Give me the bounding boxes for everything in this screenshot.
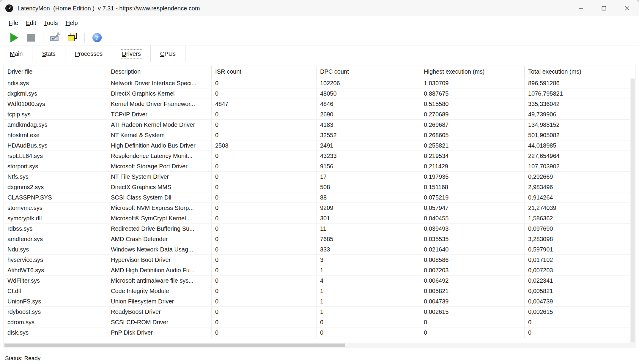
stack-windows-button[interactable] (65, 31, 79, 44)
toolbar-separator (84, 33, 85, 42)
cell: 4183 (317, 120, 420, 130)
cell: 0,006492 (420, 276, 525, 286)
cell: 0,097690 (525, 224, 630, 234)
cell: 0 (212, 151, 317, 161)
stop-monitor-button[interactable] (24, 31, 38, 44)
vertical-scrollbar-thumb[interactable] (631, 79, 635, 342)
table-row-CI.dll[interactable]: CI.dllCode Integrity Module010,0058210,0… (4, 286, 630, 296)
table-row-amdfendr.sys[interactable]: amdfendr.sysAMD Crash Defender076850,035… (4, 234, 630, 244)
table-row-ntoskrnl.exe[interactable]: ntoskrnl.exeNT Kernel & System0325520,26… (4, 130, 630, 140)
table-row-disk.sys[interactable]: disk.sysPnP Disk Driver0000 (4, 327, 630, 338)
cell: 227,654964 (525, 151, 630, 161)
column-header-isr-count[interactable]: ISR count (212, 66, 317, 78)
table-row-rdbss.sys[interactable]: rdbss.sysRedirected Drive Buffering Su..… (4, 224, 630, 234)
cell: ndis.sys (4, 78, 107, 88)
cell: 0 (212, 78, 317, 88)
cell: 0,002615 (420, 307, 525, 317)
cell: 17 (317, 172, 420, 182)
cell: 333 (317, 244, 420, 254)
table-row-storport.sys[interactable]: storport.sysMicrosoft Storage Port Drive… (4, 161, 630, 172)
table-row-UnionFS.sys[interactable]: UnionFS.sysUnion Filesystem Driver010,00… (4, 296, 630, 307)
column-header-description[interactable]: Description (107, 66, 212, 78)
cell: 0,004739 (420, 296, 525, 306)
cell: TCP/IP Driver (107, 109, 212, 119)
help-button[interactable]: ? (90, 31, 104, 44)
column-header-dpc-count[interactable]: DPC count (317, 66, 420, 78)
play-icon (10, 33, 18, 42)
cell: Microsoft antimalware file sys... (107, 276, 212, 286)
cell: NT File System Driver (107, 172, 212, 182)
table-row-symcryptk.dll[interactable]: symcryptk.dllMicrosoft® SymCrypt Kernel … (4, 213, 630, 224)
table-row-tcpip.sys[interactable]: tcpip.sysTCP/IP Driver026900,27068949,73… (4, 109, 630, 120)
table-row-rspLLL64.sys[interactable]: rspLLL64.sysResplendence Latency Monit..… (4, 151, 630, 161)
cell: 0 (212, 192, 317, 202)
cell: 49,739906 (525, 109, 630, 119)
table-row-WdFilter.sys[interactable]: WdFilter.sysMicrosoft antimalware file s… (4, 276, 630, 286)
cell: 0 (212, 182, 317, 192)
device-wrench-icon (50, 32, 62, 43)
menu-item-file[interactable]: File (5, 18, 22, 28)
cell: 9209 (317, 203, 420, 213)
table-row-rdyboost.sys[interactable]: rdyboost.sysReadyBoost Driver010,0026150… (4, 307, 630, 317)
horizontal-scrollbar[interactable] (4, 343, 635, 348)
minimize-button[interactable] (569, 0, 592, 16)
table-row-HDAudBus.sys[interactable]: HDAudBus.sysHigh Definition Audio Bus Dr… (4, 140, 630, 151)
cell: storport.sys (4, 161, 107, 171)
table-row-hvservice.sys[interactable]: hvservice.sysHypervisor Boot Driver030,0… (4, 255, 630, 265)
maximize-button[interactable] (592, 0, 616, 16)
cell: AMD High Definition Audio Fu... (107, 265, 212, 275)
cell: 0 (212, 88, 317, 99)
table-row-dxgmms2.sys[interactable]: dxgmms2.sysDirectX Graphics MMS05080,151… (4, 182, 630, 192)
cell: Microsoft® SymCrypt Kernel ... (107, 213, 212, 223)
cell: 2491 (317, 140, 420, 151)
column-header-highest-execution-ms[interactable]: Highest execution (ms) (420, 66, 525, 78)
app-icon[interactable] (5, 4, 13, 12)
cell: 88 (317, 192, 420, 202)
table-row-Wdf01000.sys[interactable]: Wdf01000.sysKernel Mode Driver Framewor.… (4, 99, 630, 109)
window-title: LatencyMon (Home Edition ) v 7.31 - http… (18, 5, 569, 12)
tab-stats[interactable]: Stats (32, 45, 65, 62)
cell: 0 (212, 317, 317, 327)
cell: Microsoft Storage Port Driver (107, 161, 212, 171)
cell: disk.sys (4, 327, 107, 338)
cell: 4846 (317, 99, 420, 109)
cell: 0 (212, 265, 317, 275)
table-row-AtihdWT6.sys[interactable]: AtihdWT6.sysAMD High Definition Audio Fu… (4, 265, 630, 276)
title-bar[interactable]: LatencyMon (Home Edition ) v 7.31 - http… (0, 0, 639, 16)
tab-main[interactable]: Main (0, 45, 32, 62)
tab-processes[interactable]: Processes (65, 45, 112, 62)
tab-drivers[interactable]: Drivers (112, 45, 150, 62)
column-header-driver-file[interactable]: Driver file (4, 66, 107, 78)
cell: Hypervisor Boot Driver (107, 255, 212, 265)
vertical-scrollbar[interactable] (630, 78, 635, 343)
menu-item-edit[interactable]: Edit (22, 18, 40, 28)
menu-item-tools[interactable]: Tools (40, 18, 62, 28)
column-header-total-execution-ms[interactable]: Total execution (ms) (525, 66, 635, 78)
table-row-dxgkrnl.sys[interactable]: dxgkrnl.sysDirectX Graphics Kernel048050… (4, 88, 630, 99)
start-monitor-button[interactable] (7, 31, 21, 44)
menu-item-help[interactable]: Help (62, 18, 81, 28)
table-row-Ndu.sys[interactable]: Ndu.sysWindows Network Data Usag...03330… (4, 244, 630, 255)
cell: 48050 (317, 88, 420, 99)
table-row-Ntfs.sys[interactable]: Ntfs.sysNT File System Driver0170,197935… (4, 172, 630, 182)
toolbar-separator (43, 33, 43, 42)
cell: Code Integrity Module (107, 286, 212, 296)
table-row-CLASSPNP.SYS[interactable]: CLASSPNP.SYSSCSI Class System Dll0880,07… (4, 192, 630, 203)
table-row-amdkmdag.sys[interactable]: amdkmdag.sysATI Radeon Kernel Mode Drive… (4, 120, 630, 130)
toolbar: ? (0, 30, 639, 45)
horizontal-scrollbar-thumb[interactable] (4, 344, 345, 347)
close-button[interactable] (616, 0, 639, 16)
table-row-stornvme.sys[interactable]: stornvme.sysMicrosoft NVM Express Storp.… (4, 203, 630, 213)
cell: 1 (317, 286, 420, 296)
cell: SCSI Class System Dll (107, 192, 212, 202)
table-row-ndis.sys[interactable]: ndis.sysNetwork Driver Interface Speci..… (4, 78, 630, 88)
table-row-cdrom.sys[interactable]: cdrom.sysSCSI CD-ROM Driver0000 (4, 317, 630, 327)
status-text: Status: Ready (5, 355, 40, 362)
cell: CI.dll (4, 286, 107, 296)
driver-options-button[interactable] (49, 31, 62, 44)
tab-cpus[interactable]: CPUs (151, 45, 185, 62)
cell: High Definition Audio Bus Driver (107, 140, 212, 151)
cell: AMD Crash Defender (107, 234, 212, 244)
cell: NT Kernel & System (107, 130, 212, 140)
cell: 335,336042 (525, 99, 630, 109)
